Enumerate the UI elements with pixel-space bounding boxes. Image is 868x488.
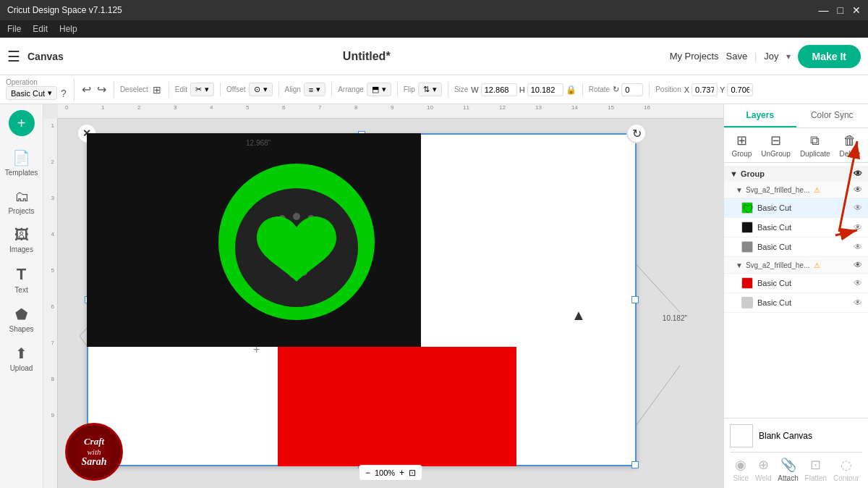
edit-dropdown[interactable]: ✂ ▾ (190, 83, 214, 96)
position-y-input[interactable] (727, 83, 753, 96)
layer-eye-3[interactable]: 👁 (854, 242, 862, 252)
ungroup-tool[interactable]: ⊟ UnGroup (761, 132, 791, 158)
undo-button[interactable]: ↩ (80, 81, 93, 98)
layer-color-3 (741, 241, 753, 253)
canvas-label: Canvas (27, 51, 64, 62)
canvas-area[interactable]: 0 1 2 3 4 5 6 7 8 9 10 11 12 13 14 15 16 (43, 104, 723, 488)
panel-toolbar: ⊞ Group ⊟ UnGroup ⧉ Duplicate 🗑 Delete (724, 128, 868, 163)
flatten-tool[interactable]: ⊡ Flatten (805, 457, 827, 482)
redo-button[interactable]: ↪ (95, 81, 108, 98)
sidebar-item-projects[interactable]: 🗂 Projects (3, 184, 41, 219)
shapes-icon: ⬟ (15, 306, 27, 323)
operation-value: Basic Cut (11, 89, 45, 98)
layer-item-1[interactable]: Basic Cut 👁 (724, 198, 868, 218)
delete-label: Delete (840, 150, 861, 158)
save-button[interactable]: Save (726, 51, 748, 62)
size-w-input[interactable] (481, 83, 517, 96)
slice-tool[interactable]: ◉ Slice (733, 457, 749, 482)
align-label: Align (285, 86, 301, 93)
flatten-label: Flatten (805, 474, 827, 482)
tab-layers[interactable]: Layers (724, 104, 796, 127)
sidebar-item-shapes[interactable]: ⬟ Shapes (3, 301, 41, 337)
slice-icon: ◉ (735, 457, 746, 473)
zoom-fit-icon[interactable]: ⊡ (409, 468, 416, 478)
projects-icon: 🗂 (14, 188, 29, 205)
layer-group-header[interactable]: ▼ Group 👁 (724, 166, 868, 182)
user-name[interactable]: Joy (764, 51, 778, 62)
duplicate-tool[interactable]: ⧉ Duplicate (800, 133, 830, 158)
delete-tool[interactable]: 🗑 Delete (840, 133, 861, 158)
sidebar-item-templates-label: Templates (5, 169, 38, 177)
layer-item-4[interactable]: Basic Cut 👁 (724, 274, 868, 293)
toolbar-rotate-group: Rotate ↻ (589, 83, 650, 96)
layer-subgroup1-header[interactable]: ▼ Svg_a2_frilled_he... ⚠ 👁 (724, 182, 868, 198)
user-dropdown-icon[interactable]: ▾ (786, 51, 791, 62)
offset-dropdown[interactable]: ⊙ ▾ (249, 83, 273, 96)
layer-eye-1[interactable]: 👁 (854, 203, 862, 213)
subgroup2-eye-icon[interactable]: 👁 (854, 260, 862, 270)
layer-eye-4[interactable]: 👁 (854, 278, 862, 288)
contour-icon: ◌ (841, 457, 852, 473)
sidebar-item-images[interactable]: 🖼 Images (3, 222, 41, 258)
layer-item-3[interactable]: Basic Cut 👁 (724, 237, 868, 257)
layer-eye-5[interactable]: 👁 (854, 298, 862, 308)
rotate-input[interactable] (621, 83, 643, 96)
operation-help-icon[interactable]: ? (59, 86, 68, 101)
menu-file[interactable]: File (7, 24, 21, 34)
toolbar-arrange-group: Arrange ⬒ ▾ (338, 83, 398, 96)
contour-tool[interactable]: ◌ Contour (833, 457, 859, 482)
layer-item-5[interactable]: Basic Cut 👁 (724, 293, 868, 313)
sidebar-item-text[interactable]: T Text (3, 261, 41, 298)
layers-list: ▼ Group 👁 ▼ Svg_a2_frilled_he... ⚠ 👁 Bas… (724, 163, 868, 418)
rotate-icon: ↻ (613, 85, 619, 94)
design-canvas[interactable]: ✕ ↻ (87, 133, 637, 466)
arrange-dropdown[interactable]: ⬒ ▾ (367, 83, 391, 96)
align-dropdown[interactable]: ≡ ▾ (304, 83, 326, 96)
attach-label: Attach (778, 474, 798, 482)
sidebar-item-templates[interactable]: 📄 Templates (3, 145, 41, 181)
app-title: Cricut Design Space v7.1.125 (7, 5, 122, 15)
zoom-level: 100% (375, 468, 395, 477)
menu-edit[interactable]: Edit (33, 24, 48, 34)
maximize-button[interactable]: □ (838, 4, 843, 16)
sidebar-item-upload[interactable]: ⬆ Upload (3, 340, 41, 376)
lock-icon[interactable]: 🔒 (566, 85, 576, 95)
layer-color-1 (741, 202, 753, 214)
deselect-button[interactable]: ⊞ (151, 83, 163, 97)
size-h-input[interactable] (527, 83, 563, 96)
rotate-handle[interactable]: ↻ (626, 123, 647, 143)
attach-tool[interactable]: 📎 Attach (778, 457, 798, 482)
my-projects-link[interactable]: My Projects (670, 51, 719, 62)
toolbar-deselect-group: Deselect ⊞ (120, 83, 169, 97)
tab-color-sync[interactable]: Color Sync (796, 104, 869, 127)
toolbar-position-group: Position X Y (655, 83, 759, 96)
close-button[interactable]: ✕ (852, 4, 861, 16)
layer-name-2: Basic Cut (757, 223, 849, 232)
zoom-out-button[interactable]: − (365, 468, 370, 478)
subgroup1-collapse-icon: ▼ (736, 186, 743, 194)
menu-help[interactable]: Help (59, 24, 77, 34)
weld-tool[interactable]: ⊕ Weld (755, 457, 772, 482)
layer-subgroup2-header[interactable]: ▼ Svg_a2_frilled_he... ⚠ 👁 (724, 257, 868, 274)
layer-eye-2[interactable]: 👁 (854, 222, 862, 232)
zoom-in-button[interactable]: + (399, 468, 404, 478)
subgroup1-eye-icon[interactable]: 👁 (854, 185, 862, 195)
operation-dropdown[interactable]: Basic Cut ▾ (6, 86, 57, 100)
watermark-line3: Sarah (81, 456, 106, 468)
header-right-controls: My Projects Save | Joy ▾ Make It (670, 45, 861, 68)
make-it-button[interactable]: Make It (798, 45, 861, 68)
layer-item-2[interactable]: Basic Cut 👁 (724, 218, 868, 237)
minimize-button[interactable]: — (819, 4, 829, 16)
group-icon: ⊞ (736, 132, 747, 148)
group-eye-icon[interactable]: 👁 (854, 169, 862, 179)
group-tool[interactable]: ⊞ Group (732, 132, 752, 158)
size-h-label: H (519, 85, 525, 94)
group-label: Group (732, 150, 752, 158)
toolbar-flip-group: Flip ⇅ ▾ (404, 83, 448, 96)
offset-label: Offset (226, 86, 246, 93)
position-x-input[interactable] (692, 83, 718, 96)
new-button[interactable]: + (9, 110, 35, 136)
window-controls: — □ ✕ (819, 4, 861, 16)
flip-dropdown[interactable]: ⇅ ▾ (418, 83, 442, 96)
hamburger-menu[interactable]: ☰ (7, 48, 20, 65)
